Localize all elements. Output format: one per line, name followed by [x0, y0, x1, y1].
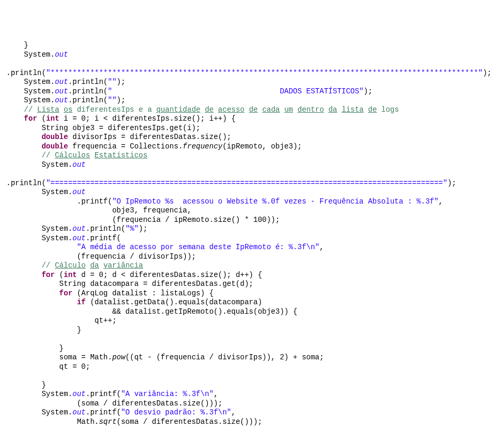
code-token: lista [342, 105, 364, 114]
code-line: System.out.println(""); [6, 78, 498, 87]
code-token: .println( [68, 87, 108, 95]
code-token: ); [139, 225, 148, 233]
code-line: (soma / diferentesDatas.size())); [6, 399, 498, 409]
code-token: (frequencia / ipRemoto.size() * 100)); [6, 216, 280, 224]
code-token: // [24, 105, 37, 114]
code-token: " DADOS ESTATÍSTICOS" [108, 87, 363, 95]
code-token: acesso [218, 105, 244, 114]
code-token: out [72, 188, 86, 196]
code-token: out [55, 78, 68, 86]
code-token: "A média de acesso por semana deste IpRe… [77, 243, 319, 251]
code-token: ); [117, 96, 125, 104]
code-token: Cálculos [55, 151, 90, 159]
code-token: System. [6, 390, 72, 398]
code-line: .printf("O IpRemoto %s acessou o Website… [6, 197, 498, 207]
code-token: cada [262, 105, 280, 114]
code-token: ); [482, 69, 491, 77]
code-line: Math.sqrt(soma / diferentesDatas.size())… [6, 418, 498, 427]
code-token: um [284, 105, 293, 114]
code-line: System.out [6, 188, 498, 197]
code-token: "***************************************… [46, 69, 483, 77]
code-token [86, 261, 90, 270]
code-line: } [6, 326, 498, 335]
code-line: System.out.println(" DADOS ESTATÍSTICOS"… [6, 87, 498, 97]
code-line: (frequencia / divisorIps)); [6, 252, 498, 262]
code-token: System. [6, 234, 72, 242]
code-line: } [6, 381, 498, 390]
code-token: sqrt [99, 418, 117, 426]
code-token: qt++; [6, 316, 117, 325]
code-line: System.out.println(""); [6, 96, 498, 105]
code-token: // [41, 261, 55, 270]
code-token: pow [112, 353, 125, 361]
code-line: // Cálculos Estatísticos [6, 151, 498, 161]
code-token: .printf( [86, 234, 121, 242]
code-token: "" [108, 96, 117, 104]
code-token: double [41, 133, 68, 141]
code-token: Cálculo [55, 261, 86, 270]
code-token: out [72, 390, 86, 398]
code-token: && datalist.getIpRemoto().equals(obje3))… [6, 307, 298, 316]
code-token: Math. [6, 418, 99, 426]
code-token [245, 105, 249, 114]
code-token: out [55, 96, 68, 104]
code-token: out [55, 87, 68, 95]
code-line: .println("******************************… [6, 69, 498, 78]
code-line: } [6, 41, 498, 50]
code-token: System. [6, 96, 55, 104]
code-token: "%" [125, 225, 139, 233]
code-line: for (int d = 0; d < diferentesDatas.size… [6, 271, 498, 280]
code-token: logs [377, 105, 399, 114]
code-token: soma = Math. [6, 353, 112, 361]
code-token: System. [6, 188, 72, 196]
code-line: System.out.println("%"); [6, 225, 498, 234]
code-token: de [205, 105, 214, 114]
code-line: (frequencia / ipRemoto.size() * 100)); [6, 216, 498, 225]
code-line: "A média de acesso por semana deste IpRe… [6, 243, 498, 252]
code-token: System. [6, 161, 72, 169]
code-token [6, 133, 41, 141]
code-token: (soma / diferentesDatas.size())); [117, 418, 262, 426]
code-token [293, 105, 297, 114]
code-token: double [41, 142, 68, 151]
code-token [6, 289, 59, 297]
code-token: out [72, 225, 86, 233]
code-token: } [6, 344, 64, 353]
code-token: Estatísticos [94, 151, 148, 159]
code-token [90, 151, 94, 159]
code-token: "A variância: %.3f\n" [121, 390, 213, 398]
code-token: (soma / diferentesDatas.size())); [6, 399, 223, 408]
code-token [6, 142, 41, 151]
code-token: divisorIps = diferentesDatas.size(); [68, 133, 232, 141]
code-token: out [72, 161, 86, 169]
code-token: "=======================================… [46, 179, 448, 187]
code-token: // [41, 151, 55, 159]
code-line [6, 371, 498, 381]
code-token: ( [55, 271, 64, 279]
code-token: System. [6, 50, 55, 59]
code-token: int [64, 271, 77, 279]
code-line [6, 59, 498, 69]
code-token: "O IpRemoto %s acessou o Website %.0f ve… [112, 197, 439, 206]
code-token: .println( [6, 179, 46, 187]
code-line [6, 335, 498, 344]
code-token [6, 151, 41, 159]
code-token: out [55, 50, 68, 59]
code-token: ); [447, 179, 456, 187]
code-token: de [368, 105, 377, 114]
code-line: String obje3 = diferentesIps.get(i); [6, 124, 498, 133]
code-token: ((qt - (frequencia / divisorIps)), 2) + … [125, 353, 324, 361]
code-token: , [320, 243, 324, 251]
code-token: ); [117, 78, 125, 86]
code-token [364, 105, 368, 114]
code-line: qt++; [6, 316, 498, 326]
code-token: frequency [183, 142, 223, 151]
code-token: da [90, 261, 99, 270]
code-token [6, 243, 77, 251]
code-line: // Lista os diferentesIps e a quantidade… [6, 105, 498, 115]
code-line: System.out.printf("A variância: %.3f\n", [6, 390, 498, 399]
code-token: .println( [68, 78, 108, 86]
code-line: } [6, 344, 498, 354]
code-token: System. [6, 225, 72, 233]
code-line: // Cálculo da variância [6, 261, 498, 271]
